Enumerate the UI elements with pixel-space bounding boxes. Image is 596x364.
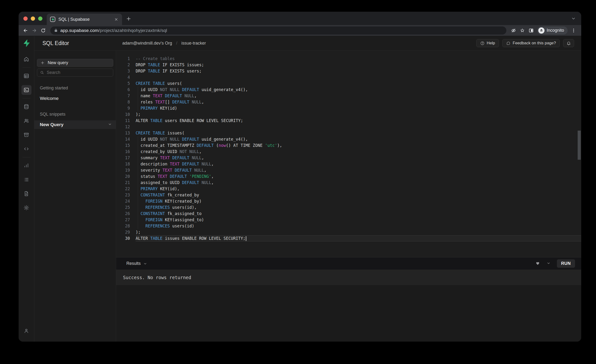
- chevron-down-icon: [108, 122, 112, 127]
- browser-tab-strip: SQL | Supabase: [19, 12, 581, 25]
- tab-search-chevron-icon[interactable]: [571, 16, 575, 22]
- browser-tab[interactable]: SQL | Supabase: [47, 14, 122, 25]
- page-title: SQL Editor: [42, 40, 69, 46]
- code-line[interactable]: 9 PRIMARY KEY(id): [116, 105, 581, 111]
- code-line[interactable]: 5CREATE TABLE users(: [116, 80, 581, 87]
- code-line[interactable]: 11ALTER TABLE users ENABLE ROW LEVEL SEC…: [116, 118, 581, 124]
- code-line[interactable]: 28 REFERENCES users(id): [116, 223, 581, 229]
- search-icon: [40, 71, 44, 74]
- sql-editor-column: 1-- Create tables2DROP TABLE IF EXISTS i…: [116, 51, 581, 342]
- line-number: 12: [116, 124, 130, 130]
- code-line[interactable]: 7 name TEXT DEFAULT NULL,: [116, 93, 581, 99]
- code-line[interactable]: 20 status TEXT DEFAULT 'PENDING',: [116, 173, 581, 179]
- supabase-logo-icon[interactable]: [23, 39, 30, 47]
- user-icon: [23, 328, 29, 334]
- rail-item-logs[interactable]: [22, 175, 31, 185]
- search-box[interactable]: [37, 69, 113, 76]
- code-line[interactable]: 16 created_by UUID NOT NULL,: [116, 149, 581, 155]
- rail-item-reports[interactable]: [22, 161, 31, 171]
- url-bar[interactable]: app.supabase.com/project/azahtnhqohyjerz…: [50, 26, 506, 35]
- code-line[interactable]: 14 id UUID NOT NULL DEFAULT uuid_generat…: [116, 136, 581, 142]
- back-icon[interactable]: [21, 26, 30, 35]
- feedback-button[interactable]: Feedback on this page?: [502, 39, 560, 47]
- rail-item-account[interactable]: [22, 326, 31, 336]
- code-line[interactable]: 24 FOREIGN KEY(created_by): [116, 198, 581, 204]
- rail-item-functions[interactable]: [22, 144, 31, 154]
- zoom-window-button[interactable]: [38, 16, 42, 21]
- notifications-button[interactable]: [563, 39, 574, 47]
- rail-item-table-editor[interactable]: [22, 71, 31, 81]
- list-icon: [23, 177, 29, 183]
- line-number: 30: [116, 235, 130, 241]
- code-line[interactable]: 22 PRIMARY KEY(id),: [116, 186, 581, 192]
- code-editor[interactable]: 1-- Create tables2DROP TABLE IF EXISTS i…: [116, 51, 581, 257]
- rail-item-auth[interactable]: [22, 116, 31, 126]
- rail-item-api-docs[interactable]: [22, 189, 31, 199]
- new-tab-button[interactable]: [125, 15, 132, 22]
- browser-menu-icon[interactable]: [569, 26, 578, 35]
- code-line[interactable]: 23 CONSTRAINT fk_created_by: [116, 192, 581, 198]
- results-dropdown[interactable]: Results: [126, 261, 147, 266]
- code-line[interactable]: 30ALTER TABLE issues ENABLE ROW LEVEL SE…: [116, 235, 581, 241]
- chevron-down-icon: [143, 262, 147, 266]
- bell-icon: [566, 41, 571, 45]
- rail-item-home[interactable]: [22, 54, 31, 64]
- sidebar-item-welcome[interactable]: Welcome: [34, 94, 116, 103]
- rail-item-settings[interactable]: [22, 203, 31, 213]
- code-line[interactable]: 21 assigned_to UUID DEFAULT NULL,: [116, 179, 581, 186]
- breadcrumb-separator: /: [176, 41, 177, 46]
- code-line[interactable]: 8 roles TEXT[] DEFAULT NULL,: [116, 99, 581, 105]
- browser-window: SQL | Supabase app.supabase.com/project/…: [19, 12, 581, 342]
- code-line[interactable]: 4: [116, 74, 581, 80]
- code-line[interactable]: 17 summary TEXT DEFAULT NULL,: [116, 155, 581, 161]
- code-line[interactable]: 2DROP TABLE IF EXISTS issues;: [116, 62, 581, 68]
- archive-icon: [23, 132, 29, 138]
- editor-scrollbar[interactable]: [578, 131, 581, 160]
- code-line[interactable]: 10);: [116, 111, 581, 118]
- sidebar-rail: [19, 36, 34, 342]
- section-label: Getting started: [40, 86, 116, 91]
- code-line[interactable]: 29);: [116, 229, 581, 235]
- terminal-icon: [23, 87, 29, 93]
- minimize-window-button[interactable]: [31, 16, 35, 21]
- code-line[interactable]: 18 description TEXT DEFAULT NULL,: [116, 161, 581, 167]
- code-line[interactable]: 19 severity TEXT DEFAULT NULL,: [116, 167, 581, 173]
- hide-eye-icon[interactable]: [509, 26, 518, 35]
- side-panel-icon[interactable]: [527, 26, 536, 35]
- rail-item-database[interactable]: [22, 102, 31, 111]
- favorite-button[interactable]: [535, 260, 540, 267]
- chevron-down-icon: [547, 261, 551, 265]
- content-area: New query Getting startedWelcomeSQL snip…: [34, 51, 581, 342]
- run-button[interactable]: RUN: [557, 259, 575, 268]
- rail-item-storage[interactable]: [22, 130, 31, 140]
- bookmark-star-icon[interactable]: [518, 26, 527, 35]
- code-line[interactable]: 15 created_at TIMESTAMPTZ DEFAULT (now()…: [116, 142, 581, 149]
- breadcrumb-org[interactable]: adam@windmill.dev's Org: [122, 41, 172, 46]
- line-number: 11: [116, 118, 130, 124]
- search-input[interactable]: [47, 70, 110, 75]
- code-line[interactable]: 26 CONSTRAINT fk_assigned_to: [116, 210, 581, 217]
- tab-close-icon[interactable]: [113, 17, 119, 22]
- line-number: 6: [116, 87, 130, 93]
- sidebar-item-new-query[interactable]: New Query: [34, 120, 116, 129]
- code-line[interactable]: 27 FOREIGN KEY(assigned_to): [116, 217, 581, 223]
- rail-item-sql-editor[interactable]: [22, 85, 31, 95]
- code-line[interactable]: 13CREATE TABLE issues(: [116, 130, 581, 136]
- code-line[interactable]: 1-- Create tables: [116, 56, 581, 62]
- code-line[interactable]: 25 REFERENCES users(id),: [116, 204, 581, 210]
- reload-icon[interactable]: [39, 26, 47, 35]
- code-line[interactable]: 6 id UUID NOT NULL DEFAULT uuid_generate…: [116, 87, 581, 93]
- url-domain: app.supabase.com: [60, 28, 99, 33]
- run-options-chevron[interactable]: [547, 261, 551, 266]
- plus-icon: [41, 61, 45, 65]
- help-button[interactable]: Help: [476, 39, 499, 47]
- database-icon: [23, 104, 29, 110]
- lock-icon: [54, 29, 58, 32]
- forward-icon[interactable]: [30, 26, 39, 35]
- new-query-button[interactable]: New query: [37, 59, 113, 67]
- close-window-button[interactable]: [23, 16, 28, 21]
- code-line[interactable]: 12: [116, 124, 581, 130]
- file-text-icon: [23, 191, 29, 197]
- breadcrumb-project[interactable]: issue-tracker: [181, 41, 206, 46]
- code-line[interactable]: 3DROP TABLE IF EXISTS users;: [116, 68, 581, 74]
